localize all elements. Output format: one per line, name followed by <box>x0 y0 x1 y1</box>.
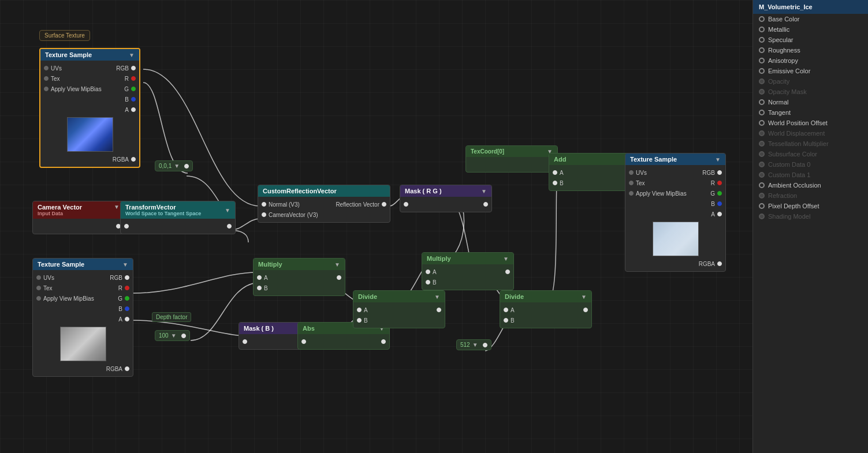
pin-abs-out[interactable] <box>381 339 386 344</box>
panel-pin-base-color[interactable] <box>759 16 765 22</box>
pin-abs-in[interactable] <box>301 339 306 344</box>
node-divide-2[interactable]: Divide ▼ A B <box>500 290 592 328</box>
node-row-tex: Tex R <box>40 73 139 84</box>
collapse-btn[interactable]: ▼ <box>129 52 135 58</box>
node-texture-sample-1[interactable]: Texture Sample ▼ UVs RGB Tex R Apply Vie… <box>39 48 140 168</box>
pin-d2-b-in[interactable] <box>504 318 508 323</box>
panel-pin-ambient-occlusion[interactable] <box>759 182 765 188</box>
pin-ts2-g-out[interactable] <box>717 191 722 196</box>
panel-pin-world-displacement[interactable] <box>759 130 765 136</box>
panel-pin-opacity-mask[interactable] <box>759 89 765 95</box>
panel-pin-normal[interactable] <box>759 99 765 105</box>
node-multiply-2[interactable]: Multiply ▼ A B <box>422 252 514 290</box>
node-val-512[interactable]: 512 ▼ <box>456 339 491 350</box>
pin-d2-a-in[interactable] <box>504 308 508 312</box>
pin-mrg-out[interactable] <box>483 202 488 207</box>
pin-vec-out[interactable] <box>184 164 189 169</box>
pin-d1-b-in[interactable] <box>357 318 362 323</box>
node-multiply-1[interactable]: Multiply ▼ A B <box>253 258 345 296</box>
panel-pin-anisotropy[interactable] <box>759 58 765 63</box>
pin-m1-a-in[interactable] <box>257 275 262 280</box>
pin-ts3-tex-in[interactable] <box>36 286 41 290</box>
node-row-ts2-a: A <box>625 209 725 219</box>
pin-add-b-in[interactable] <box>553 181 557 185</box>
pin-uvs-in[interactable] <box>44 66 49 70</box>
pin-ts2-tex-in[interactable] <box>629 181 634 185</box>
panel-pin-emissive-color[interactable] <box>759 68 765 74</box>
node-row-m1-a: A <box>254 272 345 283</box>
panel-pin-subsurface-color[interactable] <box>759 151 765 157</box>
pin-mb-in[interactable] <box>243 339 247 344</box>
panel-pin-world-position-offset[interactable] <box>759 120 765 126</box>
pin-100-out[interactable] <box>181 334 186 338</box>
pin-m2-a-in[interactable] <box>426 269 430 274</box>
node-divide-1[interactable]: Divide ▼ A B <box>353 290 445 328</box>
pin-ts2-a-out[interactable] <box>717 212 722 216</box>
pin-ts3-rgba-out[interactable] <box>125 366 129 371</box>
pin-mrg-in[interactable] <box>404 202 408 207</box>
texture-preview-3 <box>60 327 106 361</box>
pin-add-a-in[interactable] <box>553 170 557 175</box>
panel-pin-custom-data-0[interactable] <box>759 162 765 167</box>
node-camera-vector[interactable]: Camera Vector ▼ Input Data <box>32 201 125 234</box>
panel-item-metallic: Metallic <box>753 24 868 35</box>
panel-pin-metallic[interactable] <box>759 27 765 32</box>
pin-rgb-out[interactable] <box>131 66 136 70</box>
pin-rgba-out[interactable] <box>131 157 136 162</box>
pin-ts2-b-out[interactable] <box>717 201 722 206</box>
pin-ts2-mip-in[interactable] <box>629 191 634 196</box>
panel-pin-specular[interactable] <box>759 37 765 43</box>
pin-ts3-r-out[interactable] <box>125 286 129 290</box>
pin-ts2-rgba-out[interactable] <box>717 261 722 266</box>
node-row-ts2-tex: Tex R <box>625 178 725 188</box>
node-row-mrg-in <box>400 199 491 209</box>
pin-tex-in[interactable] <box>44 76 49 81</box>
panel-pin-tangent[interactable] <box>759 110 765 115</box>
pin-tv-out[interactable] <box>227 224 232 229</box>
pin-camvec-in[interactable] <box>262 212 266 217</box>
pin-m2-out[interactable] <box>505 269 510 274</box>
panel-pin-tessellation-multiplier[interactable] <box>759 141 765 147</box>
node-val-100[interactable]: 100 ▼ <box>155 330 190 341</box>
pin-ts3-rgb-out[interactable] <box>125 275 129 280</box>
pin-refl-out[interactable] <box>382 202 386 207</box>
panel-pin-shading-model[interactable] <box>759 214 765 219</box>
pin-ts2-uvs-in[interactable] <box>629 170 634 175</box>
pin-mip-in[interactable] <box>44 87 49 91</box>
pin-ts3-uvs-in[interactable] <box>36 275 41 280</box>
pin-ts3-a-out[interactable] <box>125 317 129 321</box>
panel-pin-pixel-depth-offset[interactable] <box>759 203 765 209</box>
pin-g-out[interactable] <box>131 87 136 91</box>
pin-m1-out[interactable] <box>337 275 341 280</box>
node-transform-vector[interactable]: TransformVector World Space to Tangent S… <box>120 201 236 234</box>
node-row-m2-b: B <box>422 277 513 287</box>
pin-ts3-g-out[interactable] <box>125 296 129 301</box>
pin-ts2-r-out[interactable] <box>717 181 722 185</box>
pin-d1-a-in[interactable] <box>357 308 362 312</box>
node-texture-sample-2[interactable]: Texture Sample ▼ UVs RGB Tex R Apply Vie… <box>625 153 726 272</box>
panel-pin-refraction[interactable] <box>759 193 765 199</box>
pin-512-out[interactable] <box>483 343 487 347</box>
panel-pin-custom-data-1[interactable] <box>759 172 765 178</box>
pin-ts3-mip-in[interactable] <box>36 296 41 301</box>
panel-pin-opacity[interactable] <box>759 78 765 84</box>
panel-item-custom-data-1: Custom Data 1 <box>753 170 868 180</box>
pin-m1-b-in[interactable] <box>257 286 262 290</box>
node-texcoord[interactable]: TexCoord[0] ▼ <box>465 145 558 173</box>
pin-m2-b-in[interactable] <box>426 280 430 284</box>
panel-item-tangent: Tangent <box>753 107 868 118</box>
node-texture-sample-3[interactable]: Texture Sample ▼ UVs RGB Tex R Apply Vie… <box>32 258 133 377</box>
pin-ts3-b-out[interactable] <box>125 306 129 311</box>
node-custom-reflection[interactable]: CustomReflectionVector Normal (V3) Refle… <box>258 185 390 223</box>
pin-normal-in[interactable] <box>262 202 266 207</box>
pin-a-out[interactable] <box>131 107 136 112</box>
panel-pin-roughness[interactable] <box>759 47 765 53</box>
node-vec-001[interactable]: 0,0,1 ▼ <box>155 160 193 171</box>
node-mask-rg[interactable]: Mask ( R G ) ▼ <box>400 185 492 212</box>
pin-b-out[interactable] <box>131 97 136 102</box>
pin-r-out[interactable] <box>131 76 136 81</box>
pin-d1-out[interactable] <box>437 308 441 312</box>
pin-tv-in[interactable] <box>124 224 129 229</box>
pin-d2-out[interactable] <box>583 308 588 312</box>
pin-ts2-rgb-out[interactable] <box>717 170 722 175</box>
